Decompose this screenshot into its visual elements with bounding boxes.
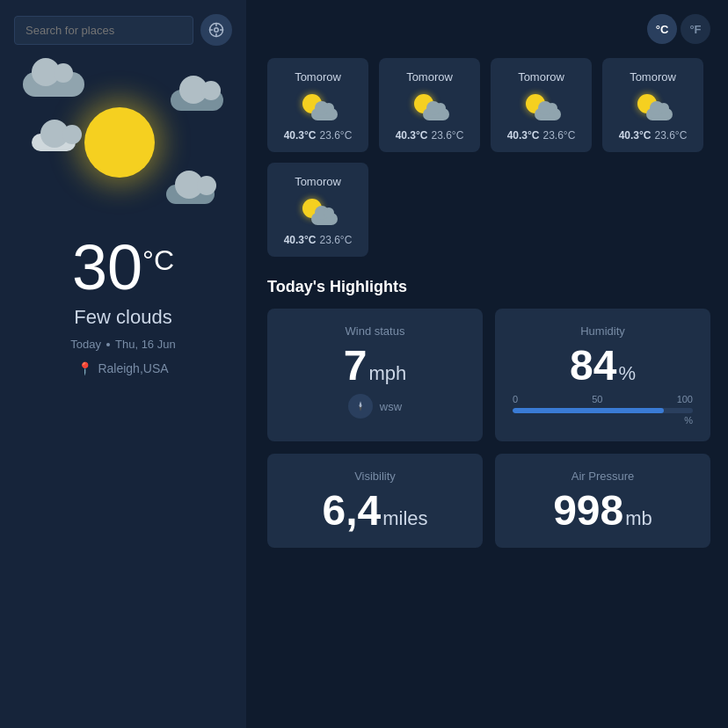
humidity-bar-container: 0 50 100 % xyxy=(513,394,693,426)
sun-illustration xyxy=(84,107,155,178)
forecast-day-3: Tomorow xyxy=(630,70,676,84)
mini-cloud-1 xyxy=(423,108,449,120)
forecast-hi-2: 40.3°C xyxy=(507,129,540,142)
air-pressure-unit: mb xyxy=(625,507,652,530)
forecast-temps-3: 40.3°C 23.6°C xyxy=(619,129,688,142)
highlights-title: Today's Highlights xyxy=(267,278,710,296)
mini-cloud-2 xyxy=(535,108,561,120)
forecast-day-2: Tomorow xyxy=(518,70,564,84)
forecast-temps-1: 40.3°C 23.6°C xyxy=(396,129,464,142)
humidity-value: 84 xyxy=(570,345,616,387)
crosshair-icon xyxy=(208,22,224,38)
forecast-hi-4: 40.3°C xyxy=(284,234,317,246)
sidebar: 30 °C Few clouds Today Thu, 16 Jun 📍 Ral… xyxy=(0,0,246,728)
right-panel: °C °F Tomorow 40.3°C 23.6°C Tomorow 40.3… xyxy=(246,0,728,728)
today-label: Today xyxy=(70,338,101,351)
forecast-card-0: Tomorow 40.3°C 23.6°C xyxy=(267,58,368,152)
forecast-card-3: Tomorow 40.3°C 23.6°C xyxy=(602,58,703,152)
compass-icon xyxy=(348,394,373,419)
air-pressure-value-row: 998 mb xyxy=(553,490,652,532)
pin-icon: 📍 xyxy=(77,361,92,375)
humidity-pct-unit: % xyxy=(513,415,693,426)
wind-direction-label: wsw xyxy=(380,400,402,413)
wind-label: Wind status xyxy=(346,324,405,338)
humidity-label-50: 50 xyxy=(592,394,602,404)
cloud-2 xyxy=(171,90,223,111)
location-name: Raleigh,USA xyxy=(98,361,168,375)
humidity-unit: % xyxy=(618,362,636,385)
search-row xyxy=(14,14,232,46)
air-pressure-value: 998 xyxy=(553,490,623,532)
wind-value: 7 xyxy=(344,345,368,387)
search-input[interactable] xyxy=(14,16,193,45)
forecast-icon-2 xyxy=(522,91,561,122)
date-value: Thu, 16 Jun xyxy=(115,338,176,351)
cloud-4 xyxy=(166,185,215,204)
forecast-lo-3: 23.6°C xyxy=(655,129,688,142)
visibility-card: Visibility 6,4 miles xyxy=(267,454,483,548)
cloud-1 xyxy=(23,72,84,97)
forecast-hi-0: 40.3°C xyxy=(284,129,317,142)
visibility-value-row: 6,4 miles xyxy=(322,490,427,532)
forecast-icon-4 xyxy=(299,195,338,227)
wind-unit: mph xyxy=(368,362,406,385)
mini-cloud-3 xyxy=(646,108,673,120)
visibility-value: 6,4 xyxy=(322,490,381,532)
mini-cloud-0 xyxy=(311,108,338,120)
forecast-icon-0 xyxy=(299,91,338,122)
weather-condition: Few clouds xyxy=(74,306,171,329)
forecast-icon-1 xyxy=(411,91,449,122)
forecast-card-2: Tomorow 40.3°C 23.6°C xyxy=(491,58,592,152)
forecast-card-4: Tomorow 40.3°C 23.6°C xyxy=(267,163,368,257)
humidity-bar-fill xyxy=(513,408,664,413)
compass-svg xyxy=(354,400,367,412)
date-separator xyxy=(106,343,110,346)
forecast-icon-3 xyxy=(634,91,673,122)
humidity-bar-track xyxy=(513,408,693,413)
highlights-grid: Wind status 7 mph wsw Humidity 8 xyxy=(267,309,710,548)
location-row: 📍 Raleigh,USA xyxy=(77,361,168,375)
forecast-lo-0: 23.6°C xyxy=(320,129,353,142)
forecast-day-4: Tomorow xyxy=(295,175,341,188)
svg-point-5 xyxy=(215,28,219,33)
forecast-lo-4: 23.6°C xyxy=(320,234,353,246)
temperature-value: 30 xyxy=(72,236,142,299)
visibility-unit: miles xyxy=(382,507,427,530)
cloud-3 xyxy=(32,134,76,151)
humidity-label-100: 100 xyxy=(677,394,693,404)
date-row: Today Thu, 16 Jun xyxy=(70,338,175,351)
celsius-button[interactable]: °C xyxy=(647,14,677,44)
visibility-label: Visibility xyxy=(354,470,396,483)
humidity-bar-labels: 0 50 100 xyxy=(513,394,693,404)
unit-toggle: °C °F xyxy=(267,14,710,44)
forecast-temps-0: 40.3°C 23.6°C xyxy=(284,129,353,142)
forecast-temps-4: 40.3°C 23.6°C xyxy=(284,234,353,246)
mini-cloud-4 xyxy=(311,213,338,225)
humidity-label: Humidity xyxy=(580,324,625,338)
humidity-label-0: 0 xyxy=(513,394,518,404)
fahrenheit-button[interactable]: °F xyxy=(681,14,710,44)
forecast-hi-3: 40.3°C xyxy=(619,129,652,142)
location-button[interactable] xyxy=(200,14,232,46)
temperature-display: 30 °C xyxy=(72,236,174,299)
air-pressure-card: Air Pressure 998 mb xyxy=(495,454,710,548)
forecast-day-0: Tomorow xyxy=(295,70,341,84)
air-pressure-label: Air Pressure xyxy=(571,470,635,483)
forecast-card-1: Tomorow 40.3°C 23.6°C xyxy=(379,58,480,152)
forecast-lo-2: 23.6°C xyxy=(543,129,576,142)
wind-value-row: 7 mph xyxy=(344,345,407,387)
forecast-day-1: Tomorow xyxy=(406,70,453,84)
humidity-card: Humidity 84 % 0 50 100 % xyxy=(495,309,710,441)
wind-direction-row: wsw xyxy=(348,394,402,419)
forecast-grid: Tomorow 40.3°C 23.6°C Tomorow 40.3°C 23.… xyxy=(267,58,710,257)
weather-illustration xyxy=(14,63,232,222)
humidity-value-row: 84 % xyxy=(570,345,636,387)
forecast-temps-2: 40.3°C 23.6°C xyxy=(507,129,576,142)
temperature-unit: °C xyxy=(142,246,174,274)
forecast-lo-1: 23.6°C xyxy=(432,129,464,142)
forecast-hi-1: 40.3°C xyxy=(396,129,428,142)
wind-card: Wind status 7 mph wsw xyxy=(267,309,483,441)
svg-point-8 xyxy=(360,405,361,407)
